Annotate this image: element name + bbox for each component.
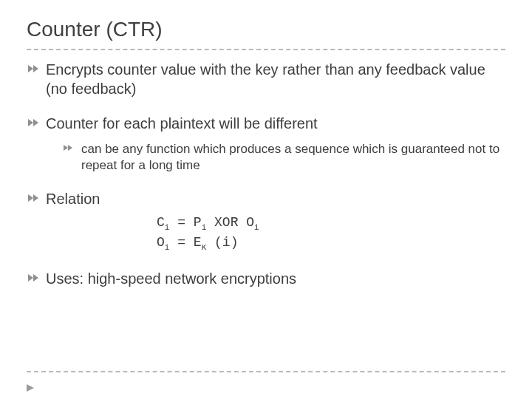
- bottom-divider: [27, 371, 505, 372]
- code-char: (i): [206, 235, 238, 250]
- sub-bullet-item: can be any function which produces a seq…: [62, 141, 505, 174]
- bullet-text: Uses: high-speed network encryptions: [46, 270, 296, 287]
- code-subscript: i: [202, 223, 207, 232]
- code-line: Oi = EK (i): [157, 233, 505, 253]
- code-char: C: [157, 215, 165, 230]
- sub-bullet-list: can be any function which produces a seq…: [62, 141, 505, 174]
- code-char: =: [169, 235, 193, 250]
- code-subscript: i: [254, 223, 259, 232]
- title-divider: [27, 49, 505, 50]
- slide: Counter (CTR) Encrypts counter value wit…: [0, 0, 532, 399]
- bullet-item: Encrypts counter value with the key rath…: [27, 61, 505, 98]
- code-char: XOR: [206, 215, 246, 230]
- sub-bullet-text: can be any function which produces a seq…: [81, 142, 499, 172]
- code-char: O: [246, 215, 254, 230]
- code-subscript: i: [165, 243, 170, 252]
- code-block: Ci = Pi XOR Oi Oi = EK (i): [157, 214, 505, 253]
- bullet-text: Counter for each plaintext will be diffe…: [46, 115, 318, 132]
- slide-title: Counter (CTR): [27, 18, 505, 44]
- code-char: E: [194, 235, 202, 250]
- bullet-list: Encrypts counter value with the key rath…: [27, 61, 505, 288]
- arrow-icon: [27, 384, 34, 392]
- code-char: P: [194, 215, 202, 230]
- bullet-item: Counter for each plaintext will be diffe…: [27, 115, 505, 174]
- bullet-item: Uses: high-speed network encryptions: [27, 270, 505, 289]
- code-line: Ci = Pi XOR Oi: [157, 214, 505, 233]
- code-char: O: [157, 235, 165, 250]
- code-subscript: K: [202, 243, 207, 252]
- code-char: =: [169, 215, 193, 230]
- code-subscript: i: [165, 223, 170, 232]
- bullet-text: Relation: [46, 191, 100, 207]
- bullet-text: Encrypts counter value with the key rath…: [46, 61, 485, 97]
- bullet-item: Relation Ci = Pi XOR Oi Oi = EK (i): [27, 190, 505, 253]
